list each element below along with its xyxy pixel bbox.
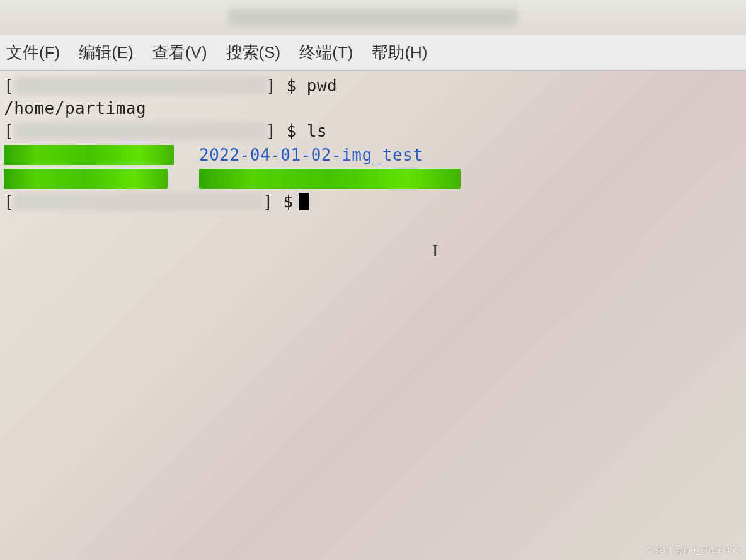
window-titlebar — [0, 0, 746, 35]
ls-directory-entry: 2022-04-01-02-img_test — [199, 144, 742, 166]
menu-file[interactable]: 文件(F) — [5, 39, 61, 66]
ls-entry-redacted-3 — [199, 169, 461, 189]
menu-search[interactable]: 搜索(S) — [225, 39, 282, 66]
prompt-bracket-open: [ — [4, 120, 14, 142]
watermark-text: CSDN @m0_56199453 — [647, 545, 740, 555]
prompt-line-3: [ ] $ — [4, 190, 742, 213]
cursor-icon — [299, 193, 309, 210]
ls-entry-redacted-2 — [4, 169, 168, 189]
ls-output: 2022-04-01-02-img_test — [4, 144, 742, 189]
menu-edit[interactable]: 编辑(E) — [77, 39, 135, 66]
menu-bar: 文件(F) 编辑(E) 查看(V) 搜索(S) 终端(T) 帮助(H) — [0, 35, 746, 71]
prompt-bracket-close: ] $ — [266, 74, 296, 97]
prompt-line-2: [ ] $ ls — [4, 120, 742, 142]
prompt-bracket-open: [ — [4, 190, 14, 213]
terminal-output-area[interactable]: [ ] $ pwd /home/partimag [ ] $ ls 2022-0… — [0, 71, 746, 217]
prompt-bracket-close: ] $ — [266, 120, 296, 142]
hostname-redacted — [14, 122, 266, 140]
menu-help[interactable]: 帮助(H) — [370, 39, 428, 66]
title-redacted — [228, 9, 518, 26]
command-ls: ls — [307, 120, 327, 142]
menu-terminal[interactable]: 终端(T) — [298, 39, 354, 66]
command-pwd: pwd — [307, 74, 337, 97]
pwd-output-line: /home/partimag — [4, 97, 742, 120]
pwd-output: /home/partimag — [4, 97, 146, 120]
prompt-line-1: [ ] $ pwd — [4, 74, 742, 97]
hostname-redacted — [14, 77, 266, 94]
ls-entry-redacted-1 — [4, 145, 174, 165]
hostname-redacted — [14, 193, 263, 210]
terminal-window: 文件(F) 编辑(E) 查看(V) 搜索(S) 终端(T) 帮助(H) [ ] … — [0, 0, 746, 560]
menu-view[interactable]: 查看(V) — [151, 39, 209, 66]
text-cursor-icon: I — [432, 239, 439, 262]
prompt-bracket-open: [ — [4, 74, 14, 97]
prompt-bracket-close: ] $ — [263, 190, 293, 213]
